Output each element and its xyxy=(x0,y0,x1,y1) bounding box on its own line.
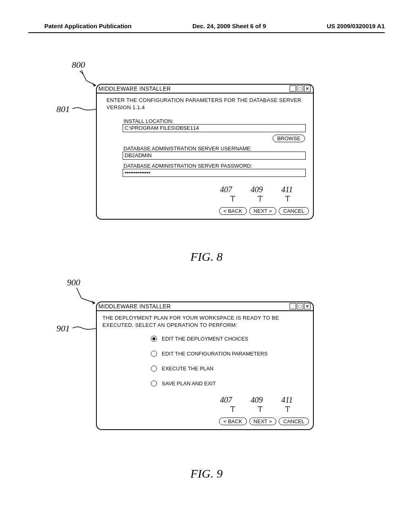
minimize-icon[interactable]: _ xyxy=(290,85,296,92)
radio-icon xyxy=(151,366,157,372)
ref-900: 900 xyxy=(67,277,80,288)
ref-409-fig9: 409 xyxy=(250,395,263,405)
maximize-icon[interactable]: □ xyxy=(297,303,303,310)
install-location-label: INSTALL LOCATION: xyxy=(123,118,307,124)
title-fig8: MIDDLEWARE INSTALLER xyxy=(98,85,171,92)
dialog-fig8: MIDDLEWARE INSTALLER _ □ × ENTER THE CON… xyxy=(96,84,314,220)
radio-icon xyxy=(151,351,157,357)
install-location-input[interactable]: C:\PROGRAM FILES\DBSE114 xyxy=(123,124,306,132)
header-right: US 2009/0320019 A1 xyxy=(327,23,385,29)
instruction-fig8: ENTER THE CONFIGURATION PARAMETERS FOR T… xyxy=(102,97,307,111)
lead-801 xyxy=(72,105,98,113)
next-button[interactable]: NEXT > xyxy=(249,418,277,425)
minimize-icon[interactable]: _ xyxy=(290,303,296,310)
ref-800: 800 xyxy=(72,60,85,70)
header-center: Dec. 24, 2009 Sheet 6 of 9 xyxy=(192,23,266,29)
password-value: •••••••••••••• xyxy=(125,170,150,176)
cancel-button[interactable]: CANCEL xyxy=(279,207,309,215)
nav-refs-fig8: 407 409 411 xyxy=(102,185,307,194)
header-rule xyxy=(28,32,385,33)
close-icon[interactable]: × xyxy=(304,303,311,310)
close-icon[interactable]: × xyxy=(304,85,311,92)
nav-row-fig9: < BACK NEXT > CANCEL xyxy=(97,416,313,429)
arrow-800 xyxy=(79,69,99,87)
radio-label: EDIT THE CONFIGURATION PARAMETERS xyxy=(162,351,268,357)
next-button[interactable]: NEXT > xyxy=(249,207,277,215)
radio-icon xyxy=(151,336,157,342)
dialog-body-fig8: ENTER THE CONFIGURATION PARAMETERS FOR T… xyxy=(97,94,313,206)
radio-save-exit[interactable]: SAVE PLAN AND EXIT xyxy=(151,380,307,387)
maximize-icon[interactable]: □ xyxy=(297,85,303,92)
back-button[interactable]: < BACK xyxy=(219,418,247,425)
page-header: Patent Application Publication Dec. 24, … xyxy=(0,23,413,32)
ref-409-fig8: 409 xyxy=(250,185,263,194)
ref-407-fig9: 407 xyxy=(220,395,232,405)
username-label: DATABASE ADMINISTRATION SERVER USERNAME: xyxy=(123,145,307,152)
dialog-fig9: MIDDLEWARE INSTALLER _ □ × THE DEPLOYMEN… xyxy=(96,301,314,430)
username-value: DB2ADMIN xyxy=(125,152,152,158)
radio-icon xyxy=(151,380,157,387)
titlebar-fig8: MIDDLEWARE INSTALLER _ □ × xyxy=(97,85,313,94)
titlebar-fig9: MIDDLEWARE INSTALLER _ □ × xyxy=(97,302,313,311)
header-left: Patent Application Publication xyxy=(44,23,131,29)
browse-button[interactable]: BROWSE xyxy=(273,135,305,142)
nav-row-fig8: < BACK NEXT > CANCEL xyxy=(97,206,313,219)
lead-901 xyxy=(72,324,98,332)
title-fig9: MIDDLEWARE INSTALLER xyxy=(98,303,171,310)
radio-edit-deployment[interactable]: EDIT THE DEPLOYMENT CHOICES xyxy=(151,336,307,342)
instruction-fig9: THE DEPLOYMENT PLAN FOR YOUR WORKSPACE I… xyxy=(102,314,307,328)
radio-label: SAVE PLAN AND EXIT xyxy=(162,380,216,387)
caption-fig8: FIG. 8 xyxy=(0,250,413,264)
dialog-body-fig9: THE DEPLOYMENT PLAN FOR YOUR WORKSPACE I… xyxy=(97,311,313,416)
username-input[interactable]: DB2ADMIN xyxy=(123,152,306,160)
nav-lines-fig9 xyxy=(102,406,307,412)
radio-group: EDIT THE DEPLOYMENT CHOICES EDIT THE CON… xyxy=(151,336,307,387)
ref-901: 901 xyxy=(56,323,70,334)
window-controls-fig9: _ □ × xyxy=(290,303,311,310)
ref-407-fig8: 407 xyxy=(220,185,232,194)
nav-refs-fig9: 407 409 411 xyxy=(102,395,307,405)
radio-label: EDIT THE DEPLOYMENT CHOICES xyxy=(162,336,248,342)
password-input[interactable]: •••••••••••••• xyxy=(123,169,306,177)
radio-edit-config[interactable]: EDIT THE CONFIGURATION PARAMETERS xyxy=(151,351,307,357)
radio-execute-plan[interactable]: EXECUTE THE PLAN xyxy=(151,366,307,372)
password-label: DATABASE ADMINISTRATION SERVER PASSWORD: xyxy=(123,163,307,169)
window-controls: _ □ × xyxy=(290,85,311,92)
ref-801: 801 xyxy=(56,104,70,114)
install-location-value: C:\PROGRAM FILES\DBSE114 xyxy=(125,125,199,131)
radio-label: EXECUTE THE PLAN xyxy=(162,366,213,372)
ref-411-fig9: 411 xyxy=(281,395,293,405)
back-button[interactable]: < BACK xyxy=(219,207,247,215)
ref-411-fig8: 411 xyxy=(281,185,293,194)
cancel-button[interactable]: CANCEL xyxy=(279,418,309,425)
nav-lines-fig8 xyxy=(102,196,307,202)
arrow-900 xyxy=(74,287,98,305)
caption-fig9: FIG. 9 xyxy=(0,467,413,480)
